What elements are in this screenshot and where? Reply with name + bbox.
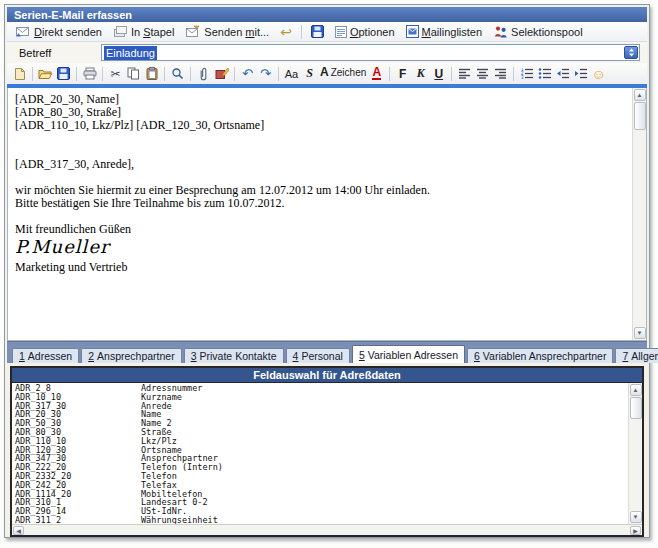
bullet-list-icon (538, 68, 552, 79)
closing-text: Marketing und Vertrieb (15, 261, 626, 274)
subject-row: Betreff Einladung (7, 42, 647, 63)
bullet-list-button[interactable] (536, 65, 553, 82)
print-button[interactable] (81, 65, 98, 82)
field-row[interactable]: ADR_80_30Straße (15, 428, 626, 437)
font-button[interactable]: Aa (283, 65, 300, 82)
scroll-down-icon[interactable]: ▼ (630, 511, 642, 523)
save-button-2[interactable] (55, 65, 72, 82)
reply-arrow-icon: ↩ (280, 25, 292, 39)
redo-button[interactable]: ↷ (257, 65, 274, 82)
scroll-left-icon[interactable]: ◀ (13, 526, 24, 535)
save-button[interactable] (306, 23, 329, 40)
field-row[interactable]: ADR_1114_20Mobiltelefon (15, 490, 626, 499)
numbered-list-button[interactable]: 123 (518, 65, 535, 82)
list-horizontal-scrollbar[interactable]: ◀ ▶ (12, 524, 642, 535)
scroll-right-icon[interactable]: ▶ (630, 526, 641, 535)
tab[interactable]: 3Private Kontakte (184, 348, 284, 363)
new-document-button[interactable] (11, 65, 28, 82)
attachment-button[interactable] (195, 65, 212, 82)
indent-button[interactable] (572, 65, 589, 82)
field-panel-title: Feldauswahl für Adreßdaten (12, 368, 642, 383)
signature-book-icon (215, 67, 229, 80)
cut-button[interactable]: ✂ (107, 65, 124, 82)
field-row[interactable]: ADR_310_1Landesart 0-2 (15, 498, 626, 507)
scrollbar-thumb[interactable] (630, 397, 642, 419)
indent-icon (574, 68, 588, 79)
editor-line: [ADR_317_30, Anrede], (15, 158, 626, 171)
in-stapel-button[interactable]: In Stapel (108, 23, 179, 40)
bold-button[interactable]: F (394, 65, 411, 82)
signature-text: P.Mueller (15, 236, 626, 257)
field-row[interactable]: ADR_10_10Kurzname (15, 393, 626, 402)
field-row[interactable]: ADR_2_8Adressnummer (15, 384, 626, 393)
scrollbar-thumb[interactable] (634, 102, 646, 130)
people-pool-icon (493, 25, 508, 38)
field-row[interactable]: ADR_20_30Name (15, 410, 626, 419)
scroll-down-icon[interactable]: ▼ (634, 327, 646, 339)
font-color-icon: A (372, 67, 381, 80)
font-color-button[interactable]: A (368, 65, 385, 82)
align-center-button[interactable] (474, 65, 491, 82)
scroll-up-icon[interactable]: ▲ (634, 89, 646, 101)
outdent-icon (556, 68, 570, 79)
outdent-button[interactable] (554, 65, 571, 82)
tab[interactable]: 6Variablen Ansprechpartner (467, 348, 613, 363)
smiley-button[interactable]: ☺ (590, 65, 607, 82)
list-vertical-scrollbar[interactable]: ▲ ▼ (628, 383, 642, 524)
subject-input[interactable]: Einladung (101, 44, 640, 61)
font-style-button[interactable]: S (301, 65, 318, 82)
toolbar-separator (301, 25, 302, 39)
direkt-senden-button[interactable]: Direkt senden (10, 23, 107, 40)
numbered-list-icon: 123 (520, 68, 534, 79)
underline-button[interactable]: U (430, 65, 447, 82)
mailinglisten-button[interactable]: Mailinglisten (401, 23, 488, 40)
paste-button[interactable] (143, 65, 160, 82)
selektionspool-button[interactable]: Selektionspool (488, 23, 588, 40)
tab[interactable]: 5Variablen Adressen (352, 345, 465, 363)
field-row[interactable]: ADR_311_2Währungseinheit (15, 516, 626, 524)
italic-button[interactable]: K (412, 65, 429, 82)
field-row[interactable]: ADR_317_30Anrede (15, 402, 626, 411)
search-button[interactable] (169, 65, 186, 82)
resend-button[interactable]: ↩ (275, 23, 297, 41)
field-row[interactable]: ADR_296_14USt-IdNr. (15, 507, 626, 516)
undo-button[interactable]: ↶ (239, 65, 256, 82)
field-row[interactable]: ADR_222_20Telefon (Intern) (15, 463, 626, 472)
svg-text:3: 3 (521, 75, 524, 79)
field-row[interactable]: ADR_110_10Lkz/Plz (15, 437, 626, 446)
align-right-button[interactable] (492, 65, 509, 82)
scroll-up-icon[interactable]: ▲ (630, 384, 642, 396)
serien-email-window: Serien-E-Mail erfassen Direkt senden In … (4, 4, 650, 538)
variable-tabstrip: 1Adressen 2Ansprechpartner 3Private Kont… (7, 341, 647, 363)
signature-button[interactable] (213, 65, 230, 82)
paperclip-icon (199, 67, 208, 81)
character-button[interactable]: AZeichen (319, 65, 367, 82)
editor-vertical-scrollbar[interactable]: ▲ ▼ (632, 88, 646, 340)
optionen-button[interactable]: Optionen (330, 23, 400, 40)
printer-icon (83, 67, 97, 80)
senden-mit-button[interactable]: Senden mit... (180, 23, 274, 40)
align-left-button[interactable] (456, 65, 473, 82)
window-title: Serien-E-Mail erfassen (14, 9, 132, 21)
field-row[interactable]: ADR_50_30Name 2 (15, 419, 626, 428)
copy-icon (127, 67, 140, 80)
copy-button[interactable] (125, 65, 142, 82)
format-toolbar: ✂ ↶ ↷ Aa S AZeiche (7, 63, 647, 84)
tab[interactable]: 2Ansprechpartner (81, 348, 181, 363)
new-page-icon (14, 67, 26, 81)
editor-line: [ADR_110_10, Lkz/Plz] [ADR_120_30, Ortsn… (15, 119, 626, 132)
subject-dropdown-button[interactable] (624, 46, 638, 59)
field-row[interactable]: ADR_2332_20Telefon (15, 472, 626, 481)
field-row[interactable]: ADR_242_20Telefax (15, 481, 626, 490)
open-button[interactable] (37, 65, 54, 82)
screen: Serien-E-Mail erfassen Direkt senden In … (0, 0, 658, 548)
field-row[interactable]: ADR_347_30Ansprechpartner (15, 454, 626, 463)
window-titlebar: Serien-E-Mail erfassen (7, 7, 647, 22)
field-row[interactable]: ADR_120_30Ortsname (15, 446, 626, 455)
open-folder-icon (38, 68, 53, 80)
message-editor[interactable]: [ADR_20_30, Name][ADR_80_30, Straße][ADR… (7, 88, 647, 341)
tab[interactable]: 1Adressen (12, 348, 79, 363)
align-center-icon (476, 68, 489, 79)
tab[interactable]: 7Allgemeine Variablen (615, 348, 658, 363)
tab[interactable]: 4Personal (286, 348, 350, 363)
